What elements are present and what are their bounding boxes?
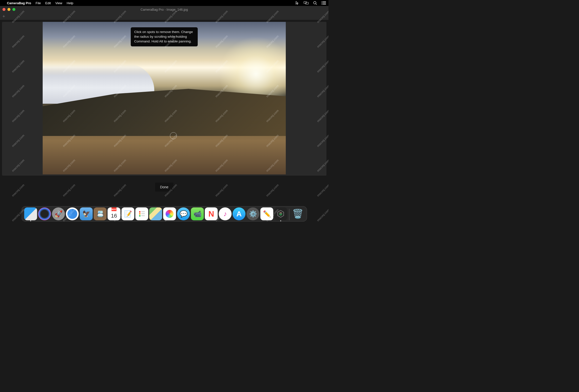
tooltip-text: Click on spots to remove them. Change th…	[134, 30, 193, 43]
svg-rect-9	[323, 4, 326, 4]
spot-removal-cursor	[170, 132, 177, 139]
search-icon[interactable]	[313, 1, 317, 5]
svg-rect-5	[323, 1, 326, 2]
dock-separator	[289, 209, 290, 220]
dock-notes-icon[interactable]: 📝	[122, 207, 135, 220]
tab-bar: +	[0, 13, 328, 20]
svg-point-12	[139, 213, 141, 215]
menu-help[interactable]: Help	[67, 1, 73, 5]
bottom-toolbar: Done	[0, 178, 328, 199]
dock: 🚀 🦅 📇 MAY 16 📝 💬 📹 N ♪ A ⚙️ ✏️ 🗑️	[22, 206, 307, 222]
dock-news-icon[interactable]: N	[205, 207, 218, 220]
dock-camerabag-icon[interactable]	[274, 207, 287, 220]
dock-sysprefs-icon[interactable]: ⚙️	[247, 207, 260, 220]
dock-siri-icon[interactable]	[38, 207, 51, 220]
list-icon[interactable]	[321, 1, 326, 5]
svg-point-10	[139, 211, 141, 213]
instruction-tooltip: Click on spots to remove them. Change th…	[131, 27, 198, 46]
menu-view[interactable]: View	[55, 1, 62, 5]
calendar-month: MAY	[112, 207, 116, 211]
display-icon[interactable]	[304, 1, 309, 5]
svg-rect-1	[306, 2, 308, 4]
dock-music-icon[interactable]: ♪	[219, 207, 232, 220]
window-maximize-button[interactable]	[12, 8, 15, 11]
svg-point-14	[139, 215, 141, 217]
svg-rect-7	[323, 3, 326, 3]
dock-facetime-icon[interactable]: 📹	[191, 207, 204, 220]
menubar: CameraBag Pro File Edit View Help	[0, 0, 328, 6]
svg-point-6	[322, 3, 322, 3]
calendar-day: 16	[111, 211, 117, 220]
watermark: macmj.com	[316, 208, 328, 222]
svg-rect-13	[142, 213, 145, 214]
svg-point-2	[314, 1, 316, 4]
svg-point-8	[322, 4, 322, 5]
cursor-icon[interactable]	[295, 1, 299, 5]
dock-photos-icon[interactable]	[163, 207, 176, 220]
dock-calendar-icon[interactable]: MAY 16	[108, 207, 121, 220]
dock-launchpad-icon[interactable]: 🚀	[52, 207, 65, 220]
dock-contacts-icon[interactable]: 📇	[94, 207, 107, 220]
svg-rect-0	[304, 1, 306, 3]
window-minimize-button[interactable]	[7, 8, 10, 11]
svg-point-4	[322, 1, 322, 2]
window-title: CameraBag Pro - Image_146.jpg	[141, 8, 188, 11]
dock-safari-icon[interactable]	[66, 207, 79, 220]
done-button[interactable]: Done	[155, 183, 173, 192]
dock-appstore-icon[interactable]: A	[233, 207, 246, 220]
svg-rect-11	[142, 211, 145, 212]
dock-finder-icon[interactable]	[24, 207, 37, 220]
add-tab-button[interactable]: +	[2, 14, 5, 19]
svg-line-3	[316, 4, 317, 5]
window-titlebar: CameraBag Pro - Image_146.jpg	[0, 6, 328, 13]
window-close-button[interactable]	[2, 8, 5, 11]
menu-file[interactable]: File	[36, 1, 41, 5]
menubar-app-name[interactable]: CameraBag Pro	[7, 1, 31, 5]
dock-reminders-icon[interactable]	[136, 207, 148, 220]
dock-maps-icon[interactable]	[149, 207, 162, 220]
svg-rect-15	[142, 215, 145, 216]
dock-messages-icon[interactable]: 💬	[177, 207, 190, 220]
dock-textedit-icon[interactable]: ✏️	[261, 207, 273, 220]
menu-edit[interactable]: Edit	[45, 1, 51, 5]
dock-trash-icon[interactable]: 🗑️	[291, 207, 304, 220]
dock-mail-icon[interactable]: 🦅	[80, 207, 93, 220]
